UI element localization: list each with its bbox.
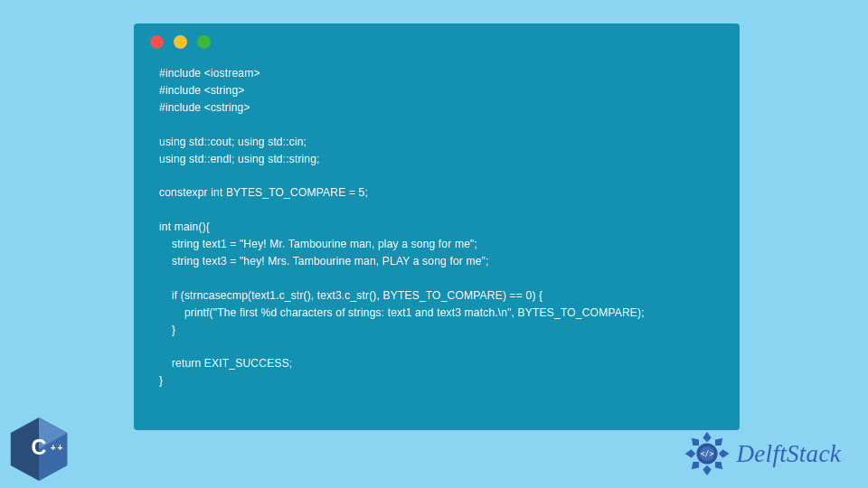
code-line: return EXIT_SUCCESS;	[159, 357, 292, 370]
cpp-logo-icon: C + +	[4, 414, 74, 484]
code-line: if (strncasecmp(text1.c_str(), text3.c_s…	[159, 289, 542, 302]
code-line: using std::cout; using std::cin;	[159, 136, 307, 148]
svg-text:+: +	[51, 443, 56, 453]
code-line: string text3 = "hey! Mrs. Tambourine man…	[159, 255, 488, 267]
brand-text: DelftStack	[737, 440, 841, 468]
svg-text:C: C	[32, 436, 47, 459]
delftstack-logo-icon: </>	[681, 427, 733, 480]
code-line: #include <string>	[159, 84, 245, 97]
code-line: int main(){	[159, 221, 210, 233]
minimize-icon	[174, 35, 187, 49]
code-line: #include <cstring>	[159, 101, 250, 114]
code-block: #include <iostream> #include <string> #i…	[134, 54, 740, 399]
code-line: using std::endl; using std::string;	[159, 153, 320, 165]
svg-text:+: +	[57, 443, 62, 453]
maximize-icon	[197, 35, 211, 49]
code-line: printf("The first %d characters of strin…	[159, 306, 645, 319]
code-window: #include <iostream> #include <string> #i…	[134, 23, 740, 430]
delftstack-brand: </> DelftStack	[681, 427, 841, 480]
code-line: constexpr int BYTES_TO_COMPARE = 5;	[159, 186, 368, 199]
code-line: }	[159, 374, 163, 387]
window-titlebar	[134, 23, 740, 54]
code-line: #include <iostream>	[159, 67, 260, 80]
code-line: string text1 = "Hey! Mr. Tambourine man,…	[159, 238, 477, 250]
svg-text:</>: </>	[700, 449, 713, 458]
close-icon	[150, 35, 164, 49]
code-line: }	[159, 324, 175, 336]
